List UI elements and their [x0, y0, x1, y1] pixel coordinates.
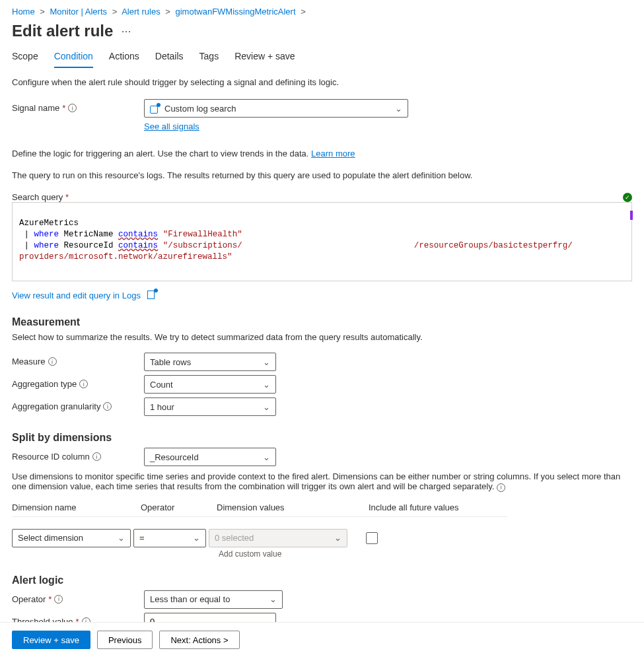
info-icon[interactable]: i: [79, 380, 88, 388]
custom-log-search-icon: [150, 103, 161, 114]
chevron-right-icon: >: [40, 7, 45, 17]
info-icon[interactable]: i: [54, 595, 63, 604]
col-dimension-name: Dimension name: [12, 502, 141, 512]
tab-condition[interactable]: Condition: [54, 47, 93, 68]
next-actions-button[interactable]: Next: Actions >: [159, 631, 239, 649]
col-include-future: Include all future values: [369, 502, 507, 512]
signal-name-label: Signal name: [12, 103, 59, 113]
tab-tags[interactable]: Tags: [199, 47, 219, 68]
info-icon[interactable]: i: [92, 452, 101, 461]
tab-scope[interactable]: Scope: [12, 47, 38, 68]
info-icon[interactable]: i: [48, 357, 57, 366]
required-indicator: *: [62, 103, 65, 113]
aggregation-granularity-dropdown[interactable]: 1 hour ⌄: [144, 398, 276, 416]
previous-button[interactable]: Previous: [97, 631, 153, 649]
chevron-down-icon: ⌄: [193, 533, 200, 543]
signal-name-dropdown[interactable]: Custom log search ⌄: [144, 99, 408, 118]
dimension-name-select[interactable]: Select dimension ⌄: [12, 529, 131, 547]
split-description: Use dimensions to monitor specific time …: [12, 471, 620, 491]
see-all-signals-link[interactable]: See all signals: [144, 121, 199, 131]
split-by-dimensions-heading: Split by dimensions: [12, 432, 632, 444]
learn-more-link[interactable]: Learn more: [311, 149, 355, 158]
breadcrumb-current[interactable]: gimotwanFWMissingMetricAlert: [176, 7, 296, 17]
chevron-right-icon: >: [301, 7, 306, 17]
info-icon[interactable]: i: [497, 483, 505, 492]
required-indicator: *: [65, 192, 69, 202]
aggregation-granularity-label: Aggregation granularity: [12, 401, 100, 411]
tab-review-save[interactable]: Review + save: [234, 47, 295, 68]
breadcrumb: Home > Monitor | Alerts > Alert rules > …: [12, 7, 632, 17]
chevron-down-icon: ⌄: [263, 402, 270, 412]
logs-icon: [147, 289, 157, 298]
review-save-button[interactable]: Review + save: [12, 631, 90, 649]
chevron-down-icon: ⌄: [263, 380, 270, 390]
info-icon[interactable]: i: [103, 402, 112, 411]
col-operator: Operator: [141, 502, 217, 512]
validation-success-icon: ✓: [623, 193, 632, 202]
operator-label: Operator: [12, 594, 46, 604]
chevron-down-icon: ⌄: [118, 533, 125, 543]
info-icon[interactable]: i: [68, 104, 77, 112]
col-dimension-values: Dimension values: [217, 502, 369, 512]
operator-value: Less than or equal to: [150, 594, 230, 604]
cursor-indicator: [630, 211, 633, 220]
resource-id-column-dropdown[interactable]: _ResourceId ⌄: [144, 448, 276, 466]
dimension-operator-select[interactable]: = ⌄: [133, 529, 206, 547]
query-description: The query to run on this resource's logs…: [12, 170, 632, 180]
add-custom-value-link[interactable]: Add custom value: [219, 549, 507, 559]
alert-logic-heading: Alert logic: [12, 574, 632, 586]
resource-id-column-value: _ResourceId: [150, 452, 199, 462]
breadcrumb-alert-rules[interactable]: Alert rules: [122, 7, 161, 17]
measure-label: Measure: [12, 357, 46, 366]
chevron-right-icon: >: [165, 7, 170, 17]
dimensions-table-row: Select dimension ⌄ = ⌄ 0 selected ⌄: [12, 517, 507, 547]
dimension-values-select[interactable]: 0 selected ⌄: [209, 529, 347, 547]
tab-actions[interactable]: Actions: [109, 47, 139, 68]
dimension-values-value: 0 selected: [215, 533, 254, 543]
page-title: Edit alert rule: [12, 22, 113, 40]
breadcrumb-monitor-alerts[interactable]: Monitor | Alerts: [50, 7, 107, 17]
operator-dropdown[interactable]: Less than or equal to ⌄: [144, 590, 283, 609]
aggregation-type-label: Aggregation type: [12, 379, 77, 389]
dimension-operator-value: =: [139, 533, 145, 543]
logic-description: Define the logic for triggering an alert…: [12, 149, 632, 158]
required-indicator: *: [48, 594, 52, 604]
search-query-input[interactable]: AzureMetrics | where MetricName contains…: [12, 202, 632, 281]
chevron-down-icon: ⌄: [395, 104, 402, 114]
intro-text: Configure when the alert rule should tri…: [12, 77, 632, 87]
measure-dropdown[interactable]: Table rows ⌄: [144, 353, 276, 371]
signal-name-value: Custom log search: [164, 104, 236, 114]
footer-bar: Review + save Previous Next: Actions >: [0, 622, 644, 657]
aggregation-granularity-value: 1 hour: [150, 402, 174, 412]
resource-id-column-label: Resource ID column: [12, 452, 90, 462]
include-future-values-checkbox[interactable]: [366, 532, 378, 544]
dimensions-table-header: Dimension name Operator Dimension values…: [12, 502, 507, 517]
tabs: Scope Condition Actions Details Tags Rev…: [12, 47, 632, 68]
chevron-down-icon: ⌄: [334, 533, 341, 543]
view-result-in-logs-link[interactable]: View result and edit query in Logs: [12, 291, 141, 300]
breadcrumb-home[interactable]: Home: [12, 7, 35, 17]
aggregation-type-value: Count: [150, 380, 173, 390]
measure-value: Table rows: [150, 357, 191, 367]
chevron-down-icon: ⌄: [263, 452, 270, 462]
measurement-description: Select how to summarize the results. We …: [12, 332, 632, 342]
more-actions-icon[interactable]: ···: [121, 24, 131, 38]
search-query-label: Search query: [12, 192, 63, 202]
chevron-right-icon: >: [112, 7, 118, 17]
chevron-down-icon: ⌄: [269, 594, 277, 604]
aggregation-type-dropdown[interactable]: Count ⌄: [144, 375, 276, 394]
tab-details[interactable]: Details: [155, 47, 184, 68]
dimension-name-value: Select dimension: [18, 533, 83, 543]
measurement-heading: Measurement: [12, 316, 632, 328]
chevron-down-icon: ⌄: [263, 357, 270, 367]
